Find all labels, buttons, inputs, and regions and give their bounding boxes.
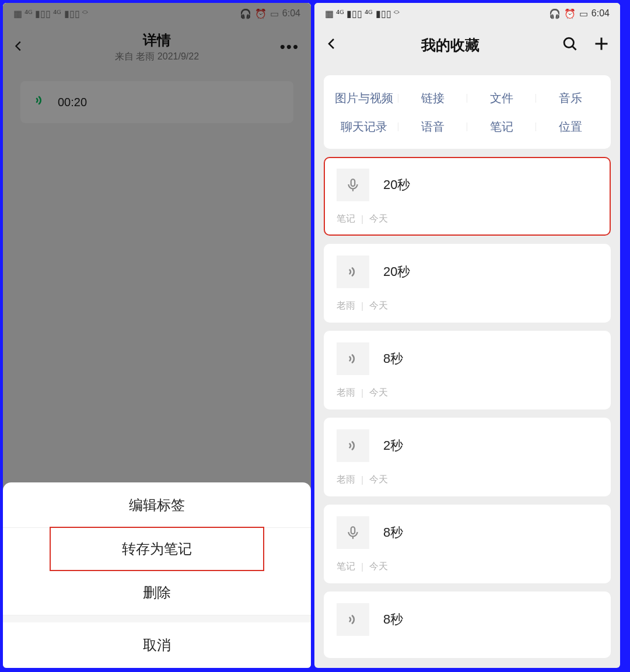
nav-actions: [562, 36, 610, 54]
sheet-edit-label[interactable]: 编辑标签: [3, 482, 311, 528]
nav-center: 详情 来自 老雨 2021/9/22: [3, 31, 311, 63]
favorite-meta-left: 老雨: [337, 387, 355, 399]
sheet-delete[interactable]: 删除: [3, 570, 311, 615]
alarm-icon: ⏰: [255, 8, 267, 19]
page-title: 我的收藏: [421, 36, 480, 55]
favorite-item[interactable]: 20秒笔记|今天: [324, 157, 611, 236]
phone-left: ▦ ⁴ᴳ ▮▯▯ ⁴ᴳ ▮▯▯ ⌔ 🎧 ⏰ ▭ 6:04 详情 来自 老雨 20…: [3, 3, 311, 668]
favorite-main: 8秒: [337, 342, 598, 375]
favorite-meta-left: 笔记: [337, 561, 355, 573]
filter-row-2: 聊天记录 语音 笔记 位置: [330, 114, 605, 143]
page-title: 详情: [3, 31, 311, 50]
hd-icon: ▦: [325, 8, 334, 19]
headphone-icon: 🎧: [240, 8, 251, 19]
svg-rect-6: [351, 527, 355, 534]
favorite-title: 2秒: [383, 437, 403, 454]
add-button[interactable]: [593, 36, 610, 54]
sheet-save-note[interactable]: 转存为笔记: [51, 528, 263, 570]
back-button[interactable]: [325, 35, 339, 55]
favorite-meta: 笔记|今天: [337, 561, 598, 573]
alarm-icon: ⏰: [564, 8, 576, 19]
favorite-title: 20秒: [383, 176, 410, 194]
status-time: 6:04: [592, 8, 610, 19]
filter-voice[interactable]: 语音: [398, 119, 467, 135]
sound-icon: [337, 256, 369, 288]
favorite-meta-right: 今天: [369, 561, 388, 573]
favorite-item[interactable]: 8秒老雨|今天: [324, 331, 611, 410]
sheet-cancel[interactable]: 取消: [3, 622, 311, 668]
favorite-meta: 老雨|今天: [337, 387, 598, 399]
favorite-item[interactable]: 20秒老雨|今天: [324, 244, 611, 323]
filter-links[interactable]: 链接: [398, 90, 467, 106]
favorite-main: 2秒: [337, 429, 598, 462]
sound-icon: [33, 93, 47, 111]
filter-music[interactable]: 音乐: [536, 90, 605, 106]
nav-bar: 详情 来自 老雨 2021/9/22 •••: [3, 24, 311, 69]
meta-separator: |: [361, 301, 363, 312]
favorite-meta-right: 今天: [369, 387, 388, 399]
meta-separator: |: [361, 475, 363, 485]
mic-icon: [337, 516, 369, 549]
favorite-item[interactable]: 8秒: [324, 592, 611, 658]
search-button[interactable]: [562, 36, 578, 54]
status-right-icons: 🎧 ⏰ ▭ 6:04: [549, 8, 610, 19]
sound-icon: [337, 429, 369, 462]
meta-separator: |: [361, 562, 363, 572]
favorite-main: 20秒: [337, 256, 598, 288]
favorite-main: 20秒: [337, 169, 598, 201]
battery-icon: ▭: [579, 8, 588, 19]
filter-location[interactable]: 位置: [536, 119, 605, 135]
favorite-meta-left: 老雨: [337, 300, 355, 312]
hd-icon: ▦: [13, 8, 22, 19]
status-left-icons: ▦ ⁴ᴳ ▮▯▯ ⁴ᴳ ▮▯▯ ⌔: [13, 8, 88, 19]
favorite-meta-left: 笔记: [337, 213, 355, 225]
favorite-meta-left: 老雨: [337, 474, 355, 486]
favorite-meta-right: 今天: [369, 474, 388, 486]
action-sheet: 编辑标签 转存为笔记 删除 取消: [3, 482, 311, 668]
favorite-title: 8秒: [383, 611, 403, 628]
filter-files[interactable]: 文件: [467, 90, 536, 106]
page-subtitle: 来自 老雨 2021/9/22: [3, 51, 311, 63]
favorite-title: 8秒: [383, 350, 403, 368]
favorite-title: 20秒: [383, 263, 410, 281]
favorite-title: 8秒: [383, 524, 403, 541]
filter-chatlog[interactable]: 聊天记录: [330, 119, 398, 135]
status-left-icons: ▦ ⁴ᴳ ▮▯▯ ⁴ᴳ ▮▯▯ ⌔: [325, 8, 400, 19]
favorite-meta: 老雨|今天: [337, 300, 598, 312]
sound-icon: [337, 342, 369, 375]
status-bar: ▦ ⁴ᴳ ▮▯▯ ⁴ᴳ ▮▯▯ ⌔ 🎧 ⏰ ▭ 6:04: [3, 3, 311, 24]
mic-icon: [337, 169, 369, 201]
status-bar: ▦ ⁴ᴳ ▮▯▯ ⁴ᴳ ▮▯▯ ⌔ 🎧 ⏰ ▭ 6:04: [314, 3, 620, 24]
svg-point-0: [564, 38, 573, 47]
signal-icon: ⁴ᴳ ▮▯▯: [336, 8, 362, 19]
filter-images-videos[interactable]: 图片与视频: [330, 90, 398, 106]
right-screen: ▦ ⁴ᴳ ▮▯▯ ⁴ᴳ ▮▯▯ ⌔ 🎧 ⏰ ▭ 6:04 我的收藏: [314, 3, 620, 668]
signal2-icon: ⁴ᴳ ▮▯▯: [53, 8, 79, 19]
wifi-icon: ⌔: [82, 8, 88, 19]
sheet-gap: [3, 615, 311, 622]
wifi-icon: ⌔: [394, 8, 400, 19]
phone-right: ▦ ⁴ᴳ ▮▯▯ ⁴ᴳ ▮▯▯ ⌔ 🎧 ⏰ ▭ 6:04 我的收藏: [314, 3, 620, 668]
battery-icon: ▭: [270, 8, 279, 19]
sheet-save-note-highlight: 转存为笔记: [50, 527, 264, 571]
favorite-item[interactable]: 2秒老雨|今天: [324, 418, 611, 496]
status-right-icons: 🎧 ⏰ ▭ 6:04: [240, 8, 300, 19]
favorites-list: 20秒笔记|今天20秒老雨|今天8秒老雨|今天2秒老雨|今天8秒笔记|今天8秒: [314, 157, 620, 658]
filter-notes[interactable]: 笔记: [467, 119, 536, 135]
favorite-item[interactable]: 8秒笔记|今天: [324, 505, 611, 583]
favorite-main: 8秒: [337, 603, 598, 636]
favorite-main: 8秒: [337, 516, 598, 549]
signal2-icon: ⁴ᴳ ▮▯▯: [365, 8, 391, 19]
headphone-icon: 🎧: [549, 8, 561, 19]
favorite-meta: 老雨|今天: [337, 474, 598, 486]
sound-icon: [337, 603, 369, 636]
favorite-meta: 笔记|今天: [337, 213, 598, 225]
more-button[interactable]: •••: [280, 38, 299, 56]
status-time: 6:04: [282, 8, 300, 19]
meta-separator: |: [361, 214, 363, 225]
filter-card: 图片与视频 链接 文件 音乐 聊天记录 语音 笔记 位置: [324, 75, 611, 149]
voice-message[interactable]: 00:20: [20, 81, 293, 123]
meta-separator: |: [361, 388, 363, 398]
nav-bar: 我的收藏: [314, 24, 620, 66]
svg-line-1: [573, 47, 576, 50]
